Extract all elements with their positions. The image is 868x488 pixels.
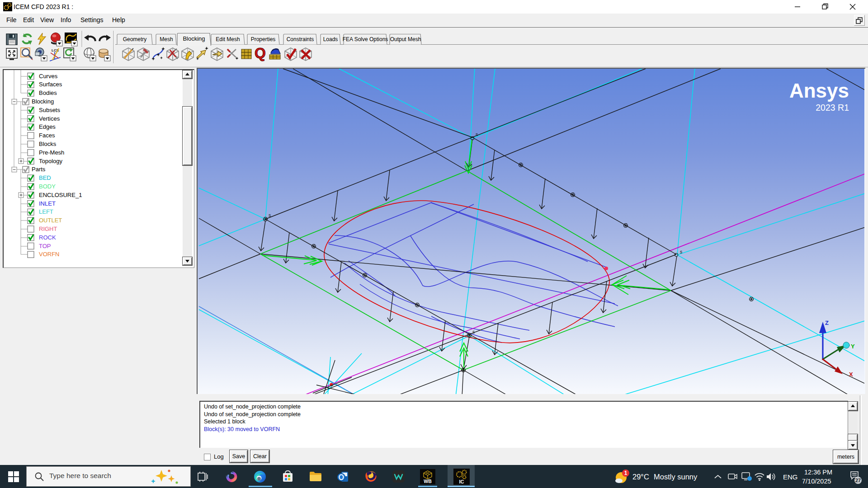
svg-text:Edit Mesh: Edit Mesh bbox=[216, 36, 240, 42]
svg-text:Z: Z bbox=[825, 319, 829, 326]
svg-text:WB: WB bbox=[424, 479, 432, 484]
svg-text:Output Mesh: Output Mesh bbox=[390, 36, 421, 42]
svg-text:27: 27 bbox=[855, 478, 861, 483]
svg-text:Mesh: Mesh bbox=[160, 36, 173, 42]
svg-text:Y: Y bbox=[851, 343, 855, 350]
svg-text:X: X bbox=[849, 371, 853, 378]
svg-text:Properties: Properties bbox=[251, 36, 276, 42]
svg-text:IC: IC bbox=[459, 479, 464, 484]
svg-text:s: s bbox=[476, 131, 478, 137]
svg-text:1: 1 bbox=[624, 470, 627, 476]
svg-text:2023 R1: 2023 R1 bbox=[816, 103, 849, 113]
svg-text:Q: Q bbox=[255, 45, 266, 61]
svg-text:Geometry: Geometry bbox=[123, 36, 147, 42]
svg-text:Blocking: Blocking bbox=[183, 35, 205, 42]
svg-text:s: s bbox=[269, 212, 271, 218]
svg-text:Loads: Loads bbox=[323, 36, 338, 42]
svg-text:s: s bbox=[472, 329, 475, 334]
svg-text:Ansys: Ansys bbox=[789, 80, 849, 102]
svg-text:Constraints: Constraints bbox=[287, 36, 314, 42]
svg-text:s: s bbox=[680, 249, 682, 254]
svg-text:FEA Solve Options: FEA Solve Options bbox=[343, 36, 388, 42]
